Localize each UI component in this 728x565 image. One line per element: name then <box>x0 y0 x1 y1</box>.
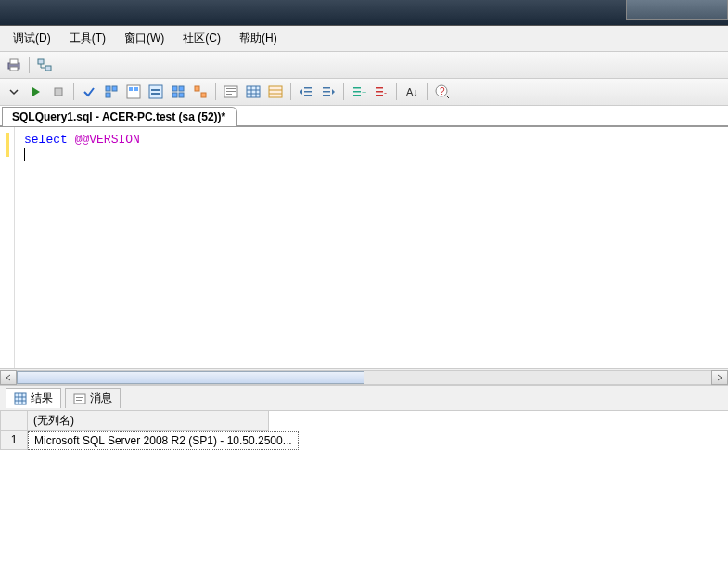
svg-rect-47 <box>76 400 82 401</box>
svg-rect-22 <box>226 88 236 89</box>
window-controls[interactable] <box>626 0 728 20</box>
results-file-icon[interactable] <box>265 82 286 102</box>
menu-debug[interactable]: 调试(D) <box>6 28 58 49</box>
svg-rect-4 <box>45 66 51 71</box>
toolbar-1 <box>0 52 728 79</box>
display-plan-icon[interactable] <box>123 82 144 102</box>
code-content[interactable]: select @@VERSION <box>15 127 728 368</box>
svg-rect-16 <box>179 86 184 91</box>
svg-rect-19 <box>195 86 199 91</box>
results-text-icon[interactable] <box>221 82 241 102</box>
svg-rect-5 <box>55 88 62 96</box>
svg-rect-46 <box>76 397 83 398</box>
chevron-down-icon[interactable] <box>4 82 24 102</box>
grid-icon <box>14 392 27 405</box>
results-tabs: 结果 消息 <box>0 385 728 411</box>
column-header[interactable]: (无列名) <box>28 411 269 431</box>
sql-keyword: select <box>24 133 68 147</box>
results-grid-icon[interactable] <box>243 82 263 102</box>
toolbar-2: + - A↓ ? <box>0 79 728 106</box>
separator <box>215 83 216 100</box>
code-editor[interactable]: select @@VERSION <box>0 127 728 368</box>
parse-icon[interactable] <box>79 82 99 102</box>
svg-rect-6 <box>106 86 110 91</box>
svg-rect-44 <box>15 393 26 404</box>
scroll-track[interactable] <box>17 370 711 385</box>
menu-bar: 调试(D) 工具(T) 窗口(W) 社区(C) 帮助(H) <box>0 26 728 52</box>
svg-rect-45 <box>74 394 85 404</box>
query-options-icon[interactable] <box>101 82 121 102</box>
svg-rect-15 <box>172 86 177 91</box>
scroll-left-icon[interactable] <box>0 370 17 385</box>
title-bar <box>0 0 728 26</box>
execute-icon[interactable] <box>26 82 46 102</box>
svg-rect-31 <box>323 91 330 93</box>
outdent-icon[interactable] <box>296 82 316 102</box>
separator <box>343 83 344 100</box>
svg-rect-38 <box>376 91 383 93</box>
toggle-trace-icon[interactable] <box>190 82 211 102</box>
svg-rect-27 <box>304 87 312 89</box>
svg-rect-7 <box>112 86 117 91</box>
menu-community[interactable]: 社区(C) <box>175 28 228 49</box>
sql-variable: @@VERSION <box>75 133 140 147</box>
stop-icon[interactable] <box>48 82 69 102</box>
indent-icon[interactable] <box>318 82 338 102</box>
svg-rect-34 <box>353 91 361 93</box>
help-dropdown-icon[interactable]: ? <box>432 82 453 102</box>
tab-results[interactable]: 结果 <box>6 388 61 408</box>
separator <box>29 57 30 73</box>
svg-rect-30 <box>323 87 330 89</box>
svg-rect-29 <box>304 95 312 96</box>
svg-rect-10 <box>129 87 133 91</box>
menu-window[interactable]: 窗口(W) <box>117 28 172 49</box>
svg-rect-14 <box>151 93 160 95</box>
svg-rect-39 <box>376 95 383 96</box>
tab-label: 结果 <box>31 391 53 406</box>
svg-rect-3 <box>38 59 44 64</box>
table-row[interactable]: 1 Microsoft SQL Server 2008 R2 (SP1) - 1… <box>0 431 728 450</box>
editor-tab[interactable]: SQLQuery1.sql - ACER-PC.test (sa (52))* <box>2 107 237 126</box>
svg-rect-26 <box>269 86 282 97</box>
uncomment-icon[interactable]: - <box>371 82 391 102</box>
svg-rect-12 <box>149 85 162 98</box>
svg-rect-37 <box>376 87 383 89</box>
svg-rect-11 <box>134 87 138 91</box>
separator <box>290 83 291 100</box>
menu-tools[interactable]: 工具(T) <box>62 28 113 49</box>
separator <box>427 83 428 100</box>
row-number[interactable]: 1 <box>0 431 28 450</box>
horizontal-scrollbar[interactable] <box>0 368 728 385</box>
message-icon <box>73 392 86 405</box>
cell-value[interactable]: Microsoft SQL Server 2008 R2 (SP1) - 10.… <box>28 431 299 450</box>
svg-rect-2 <box>10 67 18 71</box>
app-frame: 调试(D) 工具(T) 窗口(W) 社区(C) 帮助(H) <box>0 26 728 565</box>
text-cursor <box>24 148 25 161</box>
svg-rect-20 <box>201 93 206 97</box>
print-icon[interactable] <box>4 55 24 75</box>
svg-rect-35 <box>353 95 361 96</box>
svg-text:+: + <box>362 88 366 97</box>
scroll-right-icon[interactable] <box>711 370 728 385</box>
bookmark-icon[interactable]: A↓ <box>402 82 422 102</box>
scroll-thumb[interactable] <box>17 371 364 384</box>
svg-rect-8 <box>106 93 110 97</box>
menu-help[interactable]: 帮助(H) <box>232 28 285 49</box>
svg-text:A↓: A↓ <box>406 86 418 97</box>
svg-rect-13 <box>151 89 160 91</box>
svg-rect-18 <box>179 93 184 97</box>
results-grid: (无列名) 1 Microsoft SQL Server 2008 R2 (SP… <box>0 411 728 565</box>
tab-label: 消息 <box>90 391 112 406</box>
svg-rect-24 <box>226 94 232 95</box>
include-stats-icon[interactable] <box>168 82 188 102</box>
editor-gutter <box>0 127 15 368</box>
comment-icon[interactable]: + <box>349 82 369 102</box>
include-plan-icon[interactable] <box>146 82 166 102</box>
svg-rect-32 <box>323 95 330 96</box>
svg-rect-1 <box>10 59 18 64</box>
svg-rect-25 <box>247 86 260 97</box>
grid-corner[interactable] <box>0 411 28 431</box>
svg-rect-17 <box>172 93 177 97</box>
database-diagram-icon[interactable] <box>34 55 55 75</box>
tab-messages[interactable]: 消息 <box>65 388 121 408</box>
